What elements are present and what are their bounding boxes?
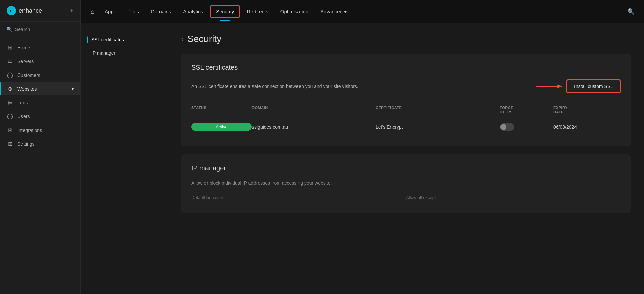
sidebar-item-integrations-label: Integrations xyxy=(17,128,42,133)
install-btn-group: Install custom SSL xyxy=(536,80,620,93)
col-domain: DOMAIN xyxy=(252,106,376,114)
nav-home[interactable]: ⌂ xyxy=(87,5,98,18)
sidebar: e enhance ✦ 🔍 Search ⊞ Home ▭ Servers ◯ … xyxy=(0,0,81,294)
status-badge: Active xyxy=(191,123,252,131)
ip-manager-card: IP manager Allow or block individual IP … xyxy=(181,154,631,213)
search-bar[interactable]: 🔍 Search xyxy=(0,22,80,37)
page-header: ‹ Security xyxy=(181,34,631,44)
sidebar-item-websites-label: Websites xyxy=(17,86,37,92)
ssl-table-header: STATUS DOMAIN CERTIFICATE FORCEHTTPS EXP… xyxy=(191,103,620,117)
svg-marker-1 xyxy=(557,84,563,88)
force-https-toggle[interactable] xyxy=(500,123,514,131)
integrations-icon: ⊞ xyxy=(7,127,13,133)
ssl-nav-label: SSL certificates xyxy=(91,37,124,42)
back-button[interactable]: ‹ xyxy=(181,36,183,43)
main-content: ⌂ Apps Files Domains Analytics Security … xyxy=(81,0,644,294)
sidebar-item-logs-label: Logs xyxy=(17,100,28,105)
sidebar-item-home[interactable]: ⊞ Home xyxy=(0,41,80,54)
nav-ip-manager[interactable]: IP manager xyxy=(87,47,161,59)
nav-security[interactable]: Security xyxy=(210,5,240,18)
nav-files[interactable]: Files xyxy=(123,6,144,17)
ssl-card: SSL certificates An SSL certificate ensu… xyxy=(181,54,631,146)
chevron-down-icon: ▾ xyxy=(72,87,74,91)
col-actions xyxy=(607,106,620,114)
sidebar-item-customers[interactable]: ◯ Customers xyxy=(0,68,80,82)
top-nav: ⌂ Apps Files Domains Analytics Security … xyxy=(81,0,644,23)
websites-icon: ⊕ xyxy=(7,86,13,92)
search-icon: 🔍 xyxy=(7,27,12,32)
ip-manager-description: Allow or block individual IP addresses f… xyxy=(191,180,620,186)
search-button[interactable]: 🔍 xyxy=(625,5,637,18)
table-row: Active sslguides.com.au Let's Encrypt 06… xyxy=(191,117,620,136)
nav-ssl-certificates[interactable]: SSL certificates xyxy=(87,34,161,46)
nav-analytics[interactable]: Analytics xyxy=(178,6,209,17)
ssl-description-row: An SSL certificate ensures a safe connec… xyxy=(191,80,620,93)
expiry-date-cell: 06/08/2024 xyxy=(553,124,607,130)
sidebar-item-home-label: Home xyxy=(17,45,30,50)
col-default-behavior: Default behavior xyxy=(191,195,406,200)
ip-table-header: Default behavior Allow all except xyxy=(191,192,620,203)
nav-domains[interactable]: Domains xyxy=(146,6,176,17)
install-custom-ssl-button[interactable]: Install custom SSL xyxy=(567,80,620,93)
logs-icon: ▤ xyxy=(7,99,13,106)
page-body: ‹ Security SSL certificates An SSL certi… xyxy=(168,23,644,294)
sidebar-item-logs[interactable]: ▤ Logs xyxy=(0,96,80,109)
col-status: STATUS xyxy=(191,106,252,114)
app-name: enhance xyxy=(19,7,42,14)
sidebar-item-servers[interactable]: ▭ Servers xyxy=(0,55,80,68)
certificate-cell: Let's Encrypt xyxy=(376,124,500,130)
red-arrow-annotation xyxy=(536,82,563,90)
row-more-menu-button[interactable]: ⋮ xyxy=(607,123,620,131)
customers-icon: ◯ xyxy=(7,72,13,78)
sidebar-item-users-label: Users xyxy=(17,114,30,119)
sidebar-item-integrations[interactable]: ⊞ Integrations xyxy=(0,124,80,137)
sidebar-item-users[interactable]: ◯ Users xyxy=(0,110,80,123)
logo-icon: e xyxy=(7,6,16,15)
col-certificate: CERTIFICATE xyxy=(376,106,500,114)
sidebar-nav: ⊞ Home ▭ Servers ◯ Customers ⊕ Websites … xyxy=(0,37,80,154)
col-allow-all-except: Allow all except xyxy=(406,195,620,200)
home-icon: ⊞ xyxy=(7,44,13,51)
ssl-description: An SSL certificate ensures a safe connec… xyxy=(191,84,358,89)
nav-redirects[interactable]: Redirects xyxy=(241,6,273,17)
page-title: Security xyxy=(187,34,221,44)
ssl-card-title: SSL certificates xyxy=(191,64,620,71)
ip-nav-label: IP manager xyxy=(91,50,116,56)
ssl-table: STATUS DOMAIN CERTIFICATE FORCEHTTPS EXP… xyxy=(191,103,620,136)
search-label: Search xyxy=(15,27,30,32)
users-icon: ◯ xyxy=(7,113,13,119)
content-area: SSL certificates IP manager ‹ Security S… xyxy=(81,23,644,294)
servers-icon: ▭ xyxy=(7,58,13,64)
col-force-https: FORCEHTTPS xyxy=(500,106,553,114)
sidebar-logo: e enhance ✦ xyxy=(0,0,80,22)
sidebar-item-settings[interactable]: ⊞ Settings xyxy=(0,137,80,150)
pin-icon[interactable]: ✦ xyxy=(69,8,74,14)
settings-icon: ⊞ xyxy=(7,141,13,147)
nav-optimisation[interactable]: Optimisation xyxy=(275,6,314,17)
sidebar-item-servers-label: Servers xyxy=(17,59,34,64)
nav-apps[interactable]: Apps xyxy=(99,6,122,17)
col-expiry-date: EXPIRYDATE xyxy=(553,106,607,114)
sidebar-item-customers-label: Customers xyxy=(17,72,40,78)
domain-cell: sslguides.com.au xyxy=(252,124,376,130)
section-nav: SSL certificates IP manager xyxy=(81,23,168,294)
sidebar-item-websites[interactable]: ⊕ Websites ▾ xyxy=(0,82,80,95)
sidebar-item-settings-label: Settings xyxy=(17,141,35,147)
nav-advanced[interactable]: Advanced ▾ xyxy=(315,6,352,17)
ip-manager-title: IP manager xyxy=(191,164,620,172)
